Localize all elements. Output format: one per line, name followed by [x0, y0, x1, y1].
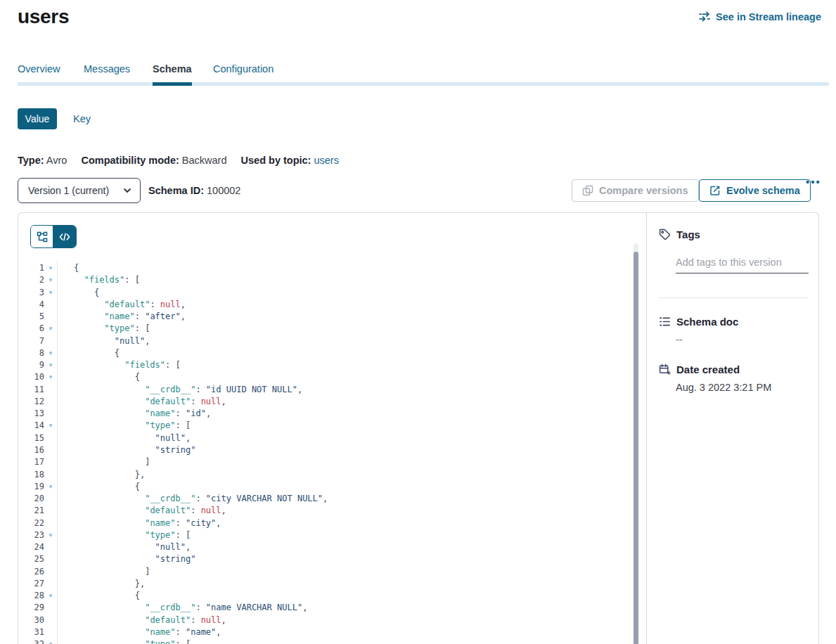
- line-number: 27: [18, 578, 44, 590]
- fold-spacer: [44, 444, 57, 456]
- sidebar-divider: [659, 297, 809, 298]
- line-number: 19: [18, 481, 44, 493]
- fold-spacer: [44, 456, 57, 468]
- fold-spacer: [44, 553, 57, 565]
- code-text: },: [57, 469, 145, 481]
- tags-input[interactable]: [676, 251, 809, 273]
- code-text: "name": "after",: [57, 311, 186, 323]
- code-line: 24 "null",: [18, 541, 630, 553]
- fold-spacer: [44, 517, 57, 529]
- code-text: "__crdb__": "city VARCHAR NOT NULL",: [57, 493, 328, 505]
- more-options-button[interactable]: •••: [806, 176, 821, 188]
- fold-spacer: [44, 614, 57, 626]
- calendar-add-icon: [659, 363, 671, 375]
- code-view-button[interactable]: [53, 226, 76, 247]
- see-in-stream-lineage-link[interactable]: See in Stream lineage: [699, 11, 821, 22]
- line-number: 6: [18, 323, 44, 335]
- code-line: 28▾ {: [18, 590, 630, 602]
- evolve-schema-button[interactable]: Evolve schema: [699, 179, 811, 202]
- code-text: "null",: [57, 432, 191, 444]
- fold-toggle-icon[interactable]: ▾: [44, 481, 57, 493]
- code-line: 17 ]: [18, 456, 630, 468]
- line-number: 2: [18, 274, 44, 286]
- code-text: "default": null,: [57, 299, 186, 311]
- fold-toggle-icon[interactable]: ▾: [44, 371, 57, 383]
- code-text: "__crdb__": "name VARCHAR NULL",: [57, 602, 307, 614]
- schema-meta-row: Type: Avro Compatibility mode: Backward …: [18, 155, 339, 166]
- fold-toggle-icon[interactable]: ▾: [44, 420, 57, 432]
- key-button[interactable]: Key: [67, 108, 96, 129]
- code-line: 29 "__crdb__": "name VARCHAR NULL",: [18, 602, 630, 614]
- fold-toggle-icon[interactable]: ▾: [44, 638, 57, 644]
- code-line: 8▾ {: [18, 347, 630, 359]
- tab-overview[interactable]: Overview: [18, 63, 60, 75]
- editor-scrollbar-thumb[interactable]: [634, 252, 638, 644]
- code-line: 3▾ {: [18, 287, 630, 299]
- fold-spacer: [44, 578, 57, 590]
- code-text: ]: [57, 566, 150, 578]
- code-text: ]: [57, 456, 150, 468]
- line-number: 21: [18, 505, 44, 517]
- fold-spacer: [44, 541, 57, 553]
- code-line: 21 "default": null,: [18, 505, 630, 517]
- schema-id-value: 100002: [207, 185, 240, 196]
- value-button[interactable]: Value: [18, 108, 57, 129]
- fold-spacer: [44, 335, 57, 347]
- version-select[interactable]: Version 1 (current): [18, 178, 141, 203]
- tab-messages[interactable]: Messages: [84, 63, 130, 75]
- fold-spacer: [44, 626, 57, 638]
- editor-view-toggle: [30, 225, 77, 248]
- tab-configuration[interactable]: Configuration: [213, 63, 274, 75]
- code-text: "fields": [: [57, 274, 140, 286]
- fold-toggle-icon[interactable]: ▾: [44, 262, 57, 274]
- fold-toggle-icon[interactable]: ▾: [44, 359, 57, 371]
- stream-lineage-icon: [699, 11, 711, 22]
- code-text: "type": [: [57, 323, 150, 335]
- fold-spacer: [44, 493, 57, 505]
- stream-lineage-label: See in Stream lineage: [716, 11, 821, 22]
- fold-spacer: [44, 384, 57, 396]
- fold-toggle-icon[interactable]: ▾: [44, 274, 57, 286]
- line-number: 32: [18, 638, 44, 644]
- type-value: Avro: [46, 155, 67, 166]
- fold-toggle-icon[interactable]: ▾: [44, 287, 57, 299]
- fold-toggle-icon[interactable]: ▾: [44, 347, 57, 359]
- code-text: {: [57, 347, 120, 359]
- fold-toggle-icon[interactable]: ▾: [44, 529, 57, 541]
- line-number: 1: [18, 262, 44, 274]
- compare-versions-button[interactable]: Compare versions: [572, 179, 699, 202]
- line-number: 11: [18, 384, 44, 396]
- tab-schema[interactable]: Schema: [153, 63, 192, 75]
- line-number: 20: [18, 493, 44, 505]
- fold-spacer: [44, 602, 57, 614]
- code-line: 32▾ "type": [: [18, 638, 630, 644]
- fold-toggle-icon[interactable]: ▾: [44, 590, 57, 602]
- evolve-schema-label: Evolve schema: [726, 185, 800, 196]
- line-number: 18: [18, 469, 44, 481]
- fold-toggle-icon[interactable]: ▾: [44, 323, 57, 335]
- tree-view-button[interactable]: [31, 226, 53, 247]
- line-number: 12: [18, 396, 44, 408]
- line-number: 7: [18, 335, 44, 347]
- code-text: "string": [57, 553, 195, 565]
- date-created-section-header: Date created: [659, 363, 740, 375]
- code-line: 25 "string": [18, 553, 630, 565]
- tabs-underline-track: [18, 82, 829, 86]
- compatibility-label: Compatibility mode:: [81, 155, 179, 166]
- code-line: 15 "null",: [18, 432, 630, 444]
- line-number: 9: [18, 359, 44, 371]
- schema-doc-value: --: [676, 334, 683, 345]
- line-number: 13: [18, 408, 44, 420]
- fold-spacer: [44, 396, 57, 408]
- code-text: "name": "city",: [57, 517, 221, 529]
- code-text: },: [57, 578, 145, 590]
- code-line: 6▾ "type": [: [18, 323, 630, 335]
- code-text: {: [57, 287, 99, 299]
- code-line: 22 "name": "city",: [18, 517, 630, 529]
- code-text: "default": null,: [57, 396, 226, 408]
- code-text: "name": "name",: [57, 626, 221, 638]
- fold-spacer: [44, 311, 57, 323]
- topic-link[interactable]: users: [314, 155, 338, 166]
- code-text: {: [57, 590, 140, 602]
- code-line: 27 },: [18, 578, 630, 590]
